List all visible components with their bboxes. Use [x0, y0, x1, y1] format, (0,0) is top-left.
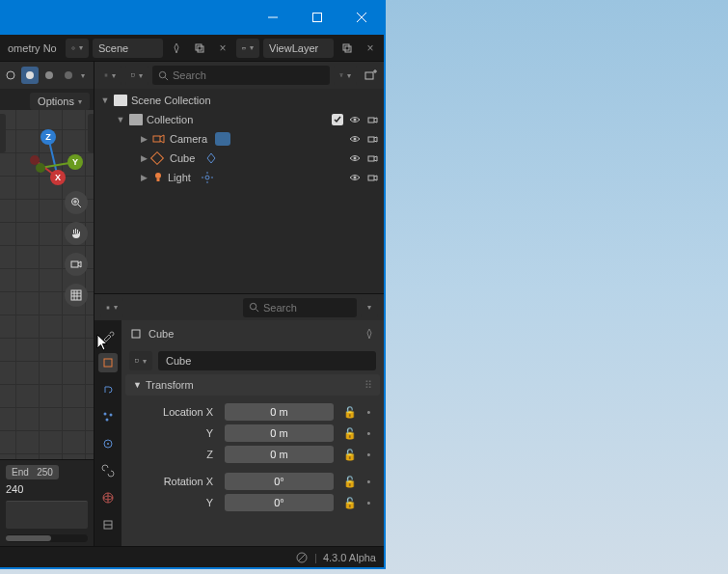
svg-rect-25 [71, 290, 81, 300]
transform-panel-header[interactable]: ▼ Transform ⠿ [125, 374, 380, 396]
tab-constraints[interactable] [98, 461, 118, 480]
tree-item-light[interactable]: ▶ Light [94, 168, 384, 187]
camera-view-icon[interactable] [65, 253, 88, 276]
camera-icon[interactable] [366, 114, 378, 125]
chevron-down-icon[interactable]: ▼ [100, 96, 110, 105]
chevron-right-icon[interactable]: ▶ [139, 153, 148, 163]
lock-icon[interactable]: 🔓 [343, 449, 357, 461]
axis-x[interactable]: X [50, 170, 66, 185]
outliner-mode-dropdown[interactable]: ▾ [98, 66, 121, 85]
rotation-y-field[interactable]: 0° [225, 494, 334, 511]
pin-icon[interactable] [363, 327, 376, 341]
lock-icon[interactable]: 🔓 [343, 497, 357, 509]
location-z-field[interactable]: 0 m [225, 446, 334, 463]
keyframe-dot[interactable]: • [367, 497, 371, 508]
data-badge[interactable] [215, 132, 230, 146]
chevron-right-icon[interactable]: ▶ [139, 173, 148, 182]
location-x-field[interactable]: 0 m [225, 403, 334, 421]
scene-browse-dropdown[interactable]: ▾ [66, 39, 89, 58]
tree-collection[interactable]: ▼ Collection [94, 110, 384, 129]
tab-object[interactable] [98, 353, 118, 372]
cube-icon [135, 355, 139, 367]
shading-material-button[interactable] [40, 67, 58, 84]
chevron-right-icon[interactable]: ▶ [139, 134, 148, 144]
tab-data[interactable] [98, 515, 118, 534]
perspective-toggle-icon[interactable] [65, 284, 88, 307]
eye-icon[interactable] [349, 114, 361, 125]
keyframe-dot[interactable]: • [367, 406, 371, 418]
svg-rect-36 [365, 72, 373, 79]
mesh-object-icon [150, 151, 164, 165]
shading-wireframe-button[interactable] [2, 67, 19, 84]
object-data-dropdown[interactable]: ▾ [129, 351, 152, 370]
object-name-field[interactable]: Cube [158, 351, 376, 370]
tree-item-cube[interactable]: ▶ Cube [94, 149, 384, 168]
workspace-label[interactable]: ometry No [4, 42, 62, 54]
close-button[interactable] [339, 0, 384, 35]
copy-viewlayer-button[interactable] [337, 39, 357, 58]
chevron-down-icon[interactable]: ▼ [116, 115, 125, 124]
lock-icon[interactable]: 🔓 [343, 406, 357, 419]
properties-search[interactable]: Search [243, 298, 357, 317]
scene-name-field[interactable]: Scene [93, 39, 163, 58]
timeline-track[interactable] [6, 501, 88, 529]
tab-tool[interactable] [98, 326, 118, 345]
keyframe-dot[interactable]: • [367, 476, 371, 487]
nav-gizmo[interactable]: Z Y X [25, 133, 83, 191]
toolbar-handle[interactable] [0, 114, 6, 152]
tree-item-camera[interactable]: ▶ Camera [94, 129, 384, 149]
timeline-scrollbar[interactable] [6, 534, 88, 542]
svg-point-4 [72, 46, 75, 49]
camera-icon[interactable] [366, 152, 378, 164]
delete-viewlayer-button[interactable]: × [361, 39, 380, 58]
outliner-display-dropdown[interactable]: ▾ [125, 66, 148, 85]
keyframe-dot[interactable]: • [367, 427, 371, 439]
eye-icon[interactable] [349, 133, 361, 145]
viewport-shading-toolbar: ▾ [0, 62, 94, 89]
outliner-search[interactable]: Search [152, 66, 330, 85]
axis-z[interactable]: Z [40, 129, 56, 145]
exclude-checkbox[interactable] [332, 114, 343, 125]
tab-particles[interactable] [98, 407, 118, 426]
svg-point-12 [26, 71, 34, 79]
outliner-tree[interactable]: ▼ Scene Collection ▼ Collection ▶ [94, 89, 384, 293]
zoom-tool-icon[interactable] [65, 191, 88, 214]
tab-modifiers[interactable] [98, 380, 118, 399]
options-dropdown[interactable]: Options ▾ [30, 93, 90, 110]
viewlayer-browse-dropdown[interactable]: ▾ [236, 39, 259, 58]
keyframe-dot[interactable]: • [367, 449, 371, 460]
camera-icon[interactable] [366, 133, 378, 145]
shading-rendered-button[interactable] [60, 67, 77, 84]
pan-tool-icon[interactable] [65, 222, 88, 245]
properties-mode-dropdown[interactable]: ▾ [100, 298, 123, 317]
maximize-button[interactable] [295, 0, 339, 35]
properties-header: ▾ Search ▾ [94, 293, 384, 320]
eye-icon[interactable] [349, 172, 361, 183]
pin-scene-icon[interactable] [167, 39, 186, 58]
viewport-3d[interactable]: Z Y X [0, 110, 94, 459]
camera-icon[interactable] [366, 172, 378, 183]
properties-options-dropdown[interactable]: ▾ [361, 298, 378, 317]
location-y-field[interactable]: 0 m [225, 424, 334, 442]
tab-world[interactable] [98, 488, 118, 507]
tab-physics[interactable] [98, 434, 118, 453]
lock-icon[interactable]: 🔓 [343, 476, 357, 488]
shading-solid-button[interactable] [21, 67, 39, 84]
npanel-handle[interactable] [88, 114, 94, 152]
network-off-icon[interactable] [295, 551, 309, 564]
eye-icon[interactable] [349, 152, 361, 164]
lock-icon[interactable]: 🔓 [343, 427, 357, 440]
drag-handle-icon[interactable]: ⠿ [364, 379, 372, 392]
viewlayer-name-field[interactable]: ViewLayer [263, 39, 334, 58]
end-frame-label[interactable]: End 250 [6, 465, 59, 479]
tree-scene-collection[interactable]: ▼ Scene Collection [94, 91, 384, 110]
rotation-x-field[interactable]: 0° [225, 473, 334, 490]
axis-y[interactable]: Y [67, 154, 83, 170]
material-badge[interactable] [204, 151, 218, 165]
new-collection-button[interactable] [361, 66, 380, 85]
light-data-badge[interactable] [201, 171, 214, 184]
minimize-button[interactable] [251, 0, 295, 35]
copy-scene-button[interactable] [190, 39, 209, 58]
delete-scene-button[interactable]: × [213, 39, 232, 58]
outliner-filter-dropdown[interactable]: ▾ [334, 66, 357, 85]
